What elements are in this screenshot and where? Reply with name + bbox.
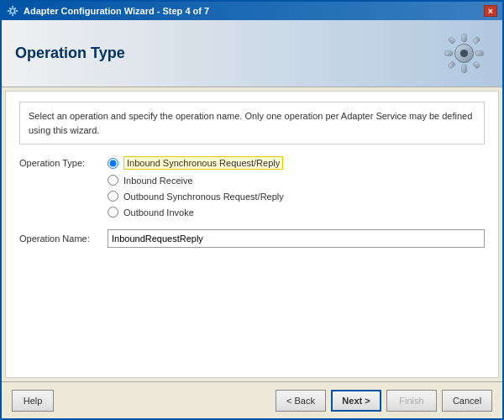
finish-button[interactable]: Finish (386, 390, 437, 412)
description-text: Select an operation and specify the oper… (29, 111, 472, 135)
radio-label-inbound-sync: Inbound Synchronous Request/Reply (123, 156, 283, 170)
cancel-button[interactable]: Cancel (442, 390, 492, 412)
operation-name-input[interactable] (108, 229, 485, 248)
svg-point-10 (459, 50, 467, 57)
svg-rect-1 (12, 6, 13, 8)
radio-item-outbound-sync[interactable]: Outbound Synchronous Request/Reply (108, 191, 284, 202)
radio-inbound-sync[interactable] (108, 158, 118, 169)
content-area: Select an operation and specify the oper… (5, 91, 499, 378)
operation-name-label: Operation Name: (19, 234, 108, 244)
title-bar: Adapter Configuration Wizard - Step 4 of… (2, 2, 502, 20)
help-button[interactable]: Help (12, 390, 54, 412)
header-icon (438, 29, 489, 79)
radio-item-outbound-invoke[interactable]: Outbound Invoke (108, 207, 284, 218)
svg-rect-16 (472, 36, 480, 44)
radio-item-inbound-sync[interactable]: Inbound Synchronous Request/Reply (108, 156, 284, 170)
radio-item-inbound-receive[interactable]: Inbound Receive (108, 175, 284, 186)
close-button[interactable]: × (484, 5, 497, 17)
svg-point-0 (10, 8, 14, 13)
radio-label-inbound-receive: Inbound Receive (123, 176, 193, 186)
radio-label-outbound-invoke: Outbound Invoke (123, 207, 194, 218)
wizard-window: Adapter Configuration Wizard - Step 4 of… (0, 0, 504, 420)
title-bar-title: Adapter Configuration Wizard - Step 4 of… (24, 6, 209, 16)
svg-rect-11 (461, 34, 466, 42)
svg-rect-18 (472, 61, 480, 69)
svg-rect-12 (461, 65, 466, 72)
svg-rect-2 (12, 14, 13, 17)
page-title: Operation Type (15, 45, 125, 62)
radio-group: Inbound Synchronous Request/Reply Inboun… (108, 156, 284, 218)
svg-rect-17 (448, 61, 455, 69)
back-button[interactable]: < Back (276, 390, 326, 412)
radio-outbound-invoke[interactable] (108, 207, 118, 218)
svg-rect-14 (475, 51, 483, 56)
radio-label-outbound-sync: Outbound Synchronous Request/Reply (123, 192, 284, 202)
gear-icon (441, 30, 487, 76)
footer-right: < Back Next > Finish Cancel (276, 390, 492, 412)
radio-outbound-sync[interactable] (108, 191, 118, 202)
next-button[interactable]: Next > (331, 390, 381, 412)
footer-left: Help (12, 390, 54, 412)
footer: Help < Back Next > Finish Cancel (2, 381, 502, 418)
svg-rect-13 (444, 51, 452, 56)
svg-rect-15 (448, 36, 455, 44)
description-box: Select an operation and specify the oper… (19, 102, 485, 144)
svg-rect-4 (16, 10, 18, 12)
radio-inbound-receive[interactable] (108, 175, 118, 186)
title-gear-icon (7, 5, 18, 17)
operation-name-row: Operation Name: (19, 229, 485, 248)
operation-type-row: Operation Type: Inbound Synchronous Requ… (19, 156, 485, 218)
header-section: Operation Type (2, 20, 502, 87)
svg-rect-3 (8, 10, 10, 12)
operation-type-label: Operation Type: (19, 156, 108, 168)
